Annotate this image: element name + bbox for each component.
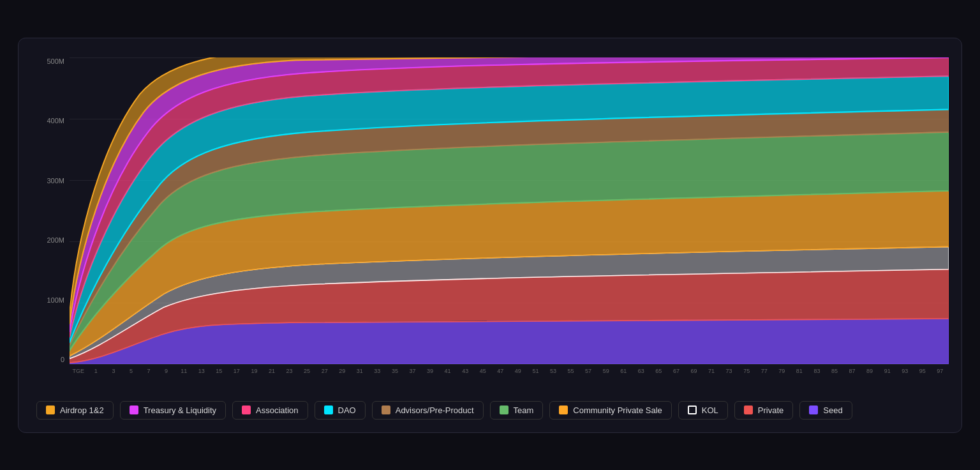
legend-label-private: Private [758,406,783,415]
x-label-7: 7 [140,368,158,374]
legend-item-community[interactable]: Community Private Sale [549,401,671,420]
x-label-83: 83 [808,368,826,374]
legend-item-kol[interactable]: KOL [678,401,728,420]
chart-card: 500M 400M 300M 200M 100M 0 [18,38,962,433]
legend-label-dao: DAO [338,406,356,415]
x-label-9: 9 [158,368,175,374]
legend-item-team[interactable]: Team [490,401,544,420]
legend-color-advisors [382,406,390,414]
legend-item-seed[interactable]: Seed [799,401,852,420]
x-label-61: 61 [614,368,632,374]
legend-color-kol [688,406,697,414]
x-label-25: 25 [298,368,316,374]
x-label-85: 85 [826,368,843,374]
x-label-67: 67 [667,368,685,374]
x-label-73: 73 [720,368,738,374]
legend-label-seed: Seed [823,406,842,415]
x-label-65: 65 [650,368,668,374]
legend-color-dao [324,406,333,414]
y-axis: 500M 400M 300M 200M 100M 0 [31,57,70,364]
legend-color-association [242,406,251,414]
x-label-79: 79 [773,368,791,374]
legend-item-advisors[interactable]: Advisors/Pre-Product [372,401,484,420]
x-label-55: 55 [562,368,580,374]
x-label-97: 97 [932,368,949,374]
legend-item-treasury[interactable]: Treasury & Liquidity [120,401,226,420]
legend: Airdrop 1&2 Treasury & Liquidity Associa… [31,401,949,420]
x-label-35: 35 [386,368,404,374]
x-label-43: 43 [456,368,474,374]
y-label-300m: 300M [47,177,64,185]
x-label-63: 63 [632,368,650,374]
y-label-200m: 200M [47,236,64,244]
legend-color-treasury [130,406,138,414]
legend-label-team: Team [514,406,534,415]
x-label-53: 53 [544,368,562,374]
x-axis: TGE 1 3 5 7 9 11 13 15 17 19 21 23 25 27… [70,364,949,390]
x-label-89: 89 [861,368,879,374]
x-label-19: 19 [246,368,264,374]
x-label-39: 39 [421,368,439,374]
x-label-13: 13 [193,368,211,374]
x-label-69: 69 [685,368,703,374]
x-label-41: 41 [439,368,457,374]
x-label-87: 87 [843,368,861,374]
x-label-57: 57 [579,368,597,374]
x-label-51: 51 [527,368,545,374]
legend-label-community: Community Private Sale [573,406,662,415]
legend-item-airdrop[interactable]: Airdrop 1&2 [36,401,114,420]
y-label-500m: 500M [47,57,64,65]
x-label-77: 77 [755,368,773,374]
x-label-3: 3 [105,368,122,374]
x-label-15: 15 [211,368,228,374]
x-label-45: 45 [474,368,492,374]
y-label-100m: 100M [47,296,64,304]
legend-label-association: Association [256,406,298,415]
x-label-29: 29 [333,368,351,374]
x-label-37: 37 [404,368,422,374]
x-label-59: 59 [597,368,615,374]
legend-color-team [500,406,509,414]
x-label-71: 71 [702,368,720,374]
x-label-75: 75 [738,368,755,374]
legend-label-airdrop: Airdrop 1&2 [60,406,104,415]
chart-inner [70,57,949,364]
y-label-400m: 400M [47,117,64,125]
x-label-23: 23 [281,368,299,374]
x-label-tge: TGE [70,368,87,374]
y-label-0: 0 [61,356,64,363]
x-label-5: 5 [122,368,140,374]
legend-color-community [559,406,568,414]
legend-label-treasury: Treasury & Liquidity [144,406,216,415]
x-label-81: 81 [791,368,808,374]
x-label-21: 21 [263,368,281,374]
x-label-95: 95 [914,368,932,374]
x-label-47: 47 [492,368,510,374]
legend-color-private [744,406,753,414]
x-label-49: 49 [509,368,527,374]
x-label-31: 31 [351,368,369,374]
x-label-91: 91 [879,368,896,374]
legend-color-airdrop [46,406,55,414]
legend-label-kol: KOL [702,406,718,415]
legend-item-association[interactable]: Association [232,401,308,420]
x-label-93: 93 [896,368,914,374]
legend-color-seed [809,406,818,414]
chart-area: 500M 400M 300M 200M 100M 0 [31,57,949,390]
x-label-33: 33 [369,368,387,374]
stream-chart-svg [70,57,949,364]
legend-item-dao[interactable]: DAO [315,401,366,420]
x-label-11: 11 [175,368,193,374]
legend-label-advisors: Advisors/Pre-Product [396,406,474,415]
x-label-1: 1 [87,368,105,374]
legend-item-private[interactable]: Private [734,401,793,420]
x-label-27: 27 [316,368,334,374]
x-label-17: 17 [228,368,246,374]
